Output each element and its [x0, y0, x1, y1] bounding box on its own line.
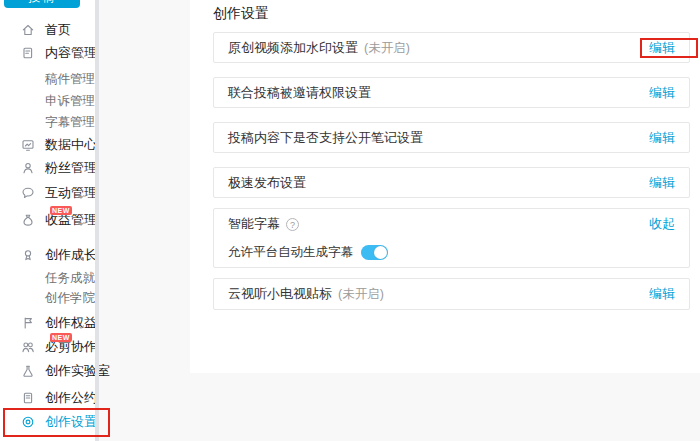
publish-button-label: 投稿 — [28, 0, 56, 6]
chevron-down-icon — [77, 216, 85, 224]
setting-row-main-line: 极速发布设置编辑 — [214, 168, 689, 198]
sidebar-item-label: 创作实验室 — [45, 362, 110, 380]
income-icon — [21, 213, 35, 227]
publish-button[interactable]: 投稿 — [4, 0, 80, 8]
setting-row-watermark: 原创视频添加水印设置(未开启)编辑 — [213, 32, 690, 63]
page-title: 创作设置 — [213, 5, 269, 23]
sidebar-item-label: 创作设置 — [45, 413, 97, 431]
setting-status-note: (未开启) — [364, 40, 410, 57]
setting-label: 极速发布设置 — [228, 174, 306, 192]
chevron-down-icon — [77, 319, 85, 327]
sidebar-item-bijian-collaboration[interactable]: 必剪协作NEW — [0, 337, 95, 357]
sidebar-item-creation-growth[interactable]: 创作成长 — [0, 245, 95, 265]
toggle-knob — [374, 246, 387, 259]
data-icon — [21, 138, 35, 152]
settings-icon — [21, 415, 35, 429]
sidebar-item-label: 创作成长 — [45, 246, 97, 264]
sidebar-item-label: 粉丝管理 — [45, 159, 97, 177]
lab-icon — [21, 364, 35, 378]
setting-row-main-line: 原创视频添加水印设置(未开启)编辑 — [214, 33, 689, 63]
sidebar-item-interaction-management[interactable]: 互动管理 — [0, 183, 95, 203]
setting-row-main-line: 联合投稿被邀请权限设置编辑 — [214, 78, 689, 108]
growth-icon — [21, 248, 35, 262]
toggle-label: 允许平台自动生成字幕 — [228, 244, 353, 261]
sidebar-item-label: 任务成就 — [45, 270, 95, 287]
setting-label: 投稿内容下是否支持公开笔记设置 — [228, 129, 423, 147]
sidebar-item-creation-settings[interactable]: 创作设置 — [0, 412, 95, 432]
rights-icon — [21, 316, 35, 330]
setting-row-main-line: 投稿内容下是否支持公开笔记设置编辑 — [214, 123, 689, 153]
public-notes-action-link[interactable]: 编辑 — [649, 129, 675, 147]
sidebar-item-label: 字幕管理 — [45, 114, 95, 131]
sidebar-item-content-management[interactable]: 内容管理 — [0, 43, 95, 63]
setting-label: 云视听小电视贴标 — [228, 285, 332, 303]
sidebar-item-task-achievement[interactable]: 任务成就 — [0, 268, 95, 288]
sidebar-item-label: 创作权益 — [45, 314, 97, 332]
sidebar-item-label: 首页 — [45, 21, 71, 39]
sidebar-item-label: 申诉管理 — [45, 93, 95, 110]
content-icon — [21, 46, 35, 60]
sidebar-item-appeal-management[interactable]: 申诉管理 — [0, 91, 95, 111]
setting-row-main-line: 智能字幕?收起 — [214, 209, 689, 239]
sidebar-item-creation-lab[interactable]: 创作实验室 — [0, 361, 95, 381]
sidebar-item-label: 数据中心 — [45, 136, 97, 154]
joint-submission-action-link[interactable]: 编辑 — [649, 84, 675, 102]
creator-center-page: 投稿 首页内容管理稿件管理申诉管理字幕管理数据中心粉丝管理互动管理收益管理NEW… — [0, 0, 700, 441]
setting-row-joint-submission: 联合投稿被邀请权限设置编辑 — [213, 77, 690, 108]
sidebar-item-label: 内容管理 — [45, 44, 97, 62]
sidebar-item-subtitle-management[interactable]: 字幕管理 — [0, 112, 95, 132]
sidebar-item-creator-rights[interactable]: 创作权益 — [0, 313, 95, 333]
interact-icon — [21, 186, 35, 200]
collab-icon — [21, 340, 35, 354]
chevron-down-icon — [77, 189, 85, 197]
sidebar-item-label: 创作学院 — [45, 290, 95, 307]
quick-publish-action-link[interactable]: 编辑 — [649, 174, 675, 192]
fans-icon — [21, 161, 35, 175]
sidebar-item-label: 创作公约 — [45, 389, 97, 407]
setting-label: 联合投稿被邀请权限设置 — [228, 84, 371, 102]
chevron-up-icon — [77, 251, 85, 259]
sidebar-item-data-center[interactable]: 数据中心 — [0, 135, 95, 155]
new-badge: NEW — [50, 206, 72, 215]
new-badge: NEW — [50, 333, 72, 342]
sidebar-item-home[interactable]: 首页 — [0, 20, 95, 40]
tv-badge-action-link[interactable]: 编辑 — [649, 285, 675, 303]
sidebar-item-revenue-management[interactable]: 收益管理NEW — [0, 210, 95, 230]
setting-row-public-notes: 投稿内容下是否支持公开笔记设置编辑 — [213, 122, 690, 153]
sidebar: 投稿 首页内容管理稿件管理申诉管理字幕管理数据中心粉丝管理互动管理收益管理NEW… — [0, 0, 95, 441]
sidebar-item-creation-convention[interactable]: 创作公约 — [0, 388, 95, 408]
setting-row-tv-badge: 云视听小电视贴标(未开启)编辑 — [213, 278, 690, 310]
sidebar-scrollbar[interactable] — [95, 0, 99, 441]
setting-status-note: (未开启) — [338, 286, 384, 303]
setting-row-main-line: 云视听小电视贴标(未开启)编辑 — [214, 279, 689, 309]
setting-row-quick-publish: 极速发布设置编辑 — [213, 167, 690, 198]
sidebar-item-creation-academy[interactable]: 创作学院 — [0, 288, 95, 308]
home-icon — [21, 23, 35, 37]
sidebar-item-manuscript-management[interactable]: 稿件管理 — [0, 69, 95, 89]
setting-row-smart-subtitle: 智能字幕?收起 允许平台自动生成字幕 — [213, 208, 690, 268]
auto-subtitle-toggle[interactable] — [361, 245, 388, 260]
convention-icon — [21, 391, 35, 405]
sidebar-item-label: 互动管理 — [45, 184, 97, 202]
setting-label: 原创视频添加水印设置 — [228, 39, 358, 57]
sidebar-item-label: 稿件管理 — [45, 71, 95, 88]
setting-label: 智能字幕 — [228, 215, 280, 233]
watermark-action-link[interactable]: 编辑 — [649, 39, 675, 57]
chevron-up-icon — [77, 49, 85, 57]
help-icon[interactable]: ? — [286, 218, 299, 231]
sidebar-item-fans-management[interactable]: 粉丝管理 — [0, 158, 95, 178]
smart-subtitle-action-link[interactable]: 收起 — [649, 215, 675, 233]
settings-panel: 创作设置 原创视频添加水印设置(未开启)编辑 联合投稿被邀请权限设置编辑 投稿内… — [190, 0, 700, 373]
subtitle-toggle-line: 允许平台自动生成字幕 — [214, 239, 689, 265]
